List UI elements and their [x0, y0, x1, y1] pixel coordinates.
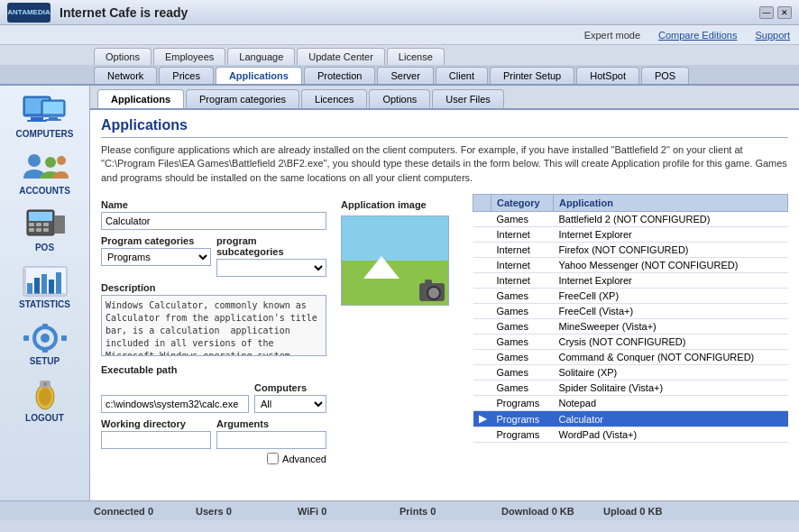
main-area: COMPUTERS ACCOUNTS [0, 86, 799, 500]
computers-icon [22, 95, 69, 127]
nav-tab-server[interactable]: Server [377, 67, 433, 84]
status-prints: Prints 0 [400, 506, 501, 517]
row-application: FreeCell (Vista+) [553, 304, 787, 319]
sidebar-item-pos[interactable]: POS [5, 203, 86, 258]
status-wifi: WiFi 0 [298, 506, 400, 517]
nav-tab-protection[interactable]: Protection [304, 67, 376, 84]
sidebar-item-computers[interactable]: COMPUTERS [5, 89, 86, 144]
svg-rect-24 [49, 280, 54, 294]
wifi-label: WiFi [298, 506, 318, 517]
sub-tab-program-categories[interactable]: Program categories [186, 89, 299, 108]
application-image-container[interactable] [341, 216, 449, 306]
nav-row-1: Options Employees Language Update Center… [0, 45, 799, 65]
svg-rect-31 [42, 347, 48, 353]
form-image-area: Application image [341, 194, 458, 464]
sidebar-logout-label: LOGOUT [25, 413, 64, 423]
row-application: Solitaire (XP) [553, 365, 787, 381]
sidebar-item-logout[interactable]: LOGOUT [5, 373, 86, 428]
sidebar-item-statistics[interactable]: STATISTICS [5, 260, 86, 315]
advanced-checkbox[interactable] [267, 453, 279, 464]
table-row[interactable]: Internet Internet Explorer [473, 227, 788, 243]
camera-icon [419, 283, 445, 301]
download-value: 0 KB [552, 506, 574, 517]
program-categories-select[interactable]: ProgramsGamesInternetOffice [101, 248, 211, 266]
sidebar-item-accounts[interactable]: ACCOUNTS [5, 146, 86, 201]
support-link[interactable]: Support [755, 30, 790, 41]
svg-rect-18 [43, 228, 49, 232]
svg-rect-22 [34, 278, 40, 294]
sub-tab-options[interactable]: Options [369, 89, 430, 108]
minimize-button[interactable]: — [759, 6, 774, 19]
advanced-label: Advanced [282, 454, 326, 464]
nav-tab-prices[interactable]: Prices [159, 67, 214, 84]
row-arrow [473, 319, 491, 335]
table-row[interactable]: Games Solitaire (XP) [473, 365, 788, 381]
row-application: WordPad (Vista+) [553, 427, 787, 443]
nav-tab-network[interactable]: Network [94, 67, 157, 84]
table-row[interactable]: Games Command & Conquer (NOT CONFIGURED) [473, 350, 788, 365]
program-subcategories-select[interactable] [216, 259, 326, 277]
nav-tab-hotspot[interactable]: HotSpot [576, 67, 639, 84]
nav-tab-applications[interactable]: Applications [216, 67, 302, 84]
titlebar: ANTAMEDIA Internet Cafe is ready — ✕ [0, 0, 799, 25]
row-category: Games [491, 212, 554, 227]
sub-tab-user-files[interactable]: User Files [432, 89, 504, 108]
pos-icon [22, 208, 69, 241]
nav-tab-printer-setup[interactable]: Printer Setup [490, 67, 574, 84]
table-row[interactable]: ▶ Programs Calculator [473, 411, 788, 427]
nav-tab-options[interactable]: Options [94, 48, 152, 65]
nav-tab-employees[interactable]: Employees [153, 48, 225, 65]
prog-cat-label: Program categories [101, 235, 211, 246]
upload-label: Upload [603, 506, 637, 517]
name-field-label: Name [101, 199, 326, 210]
row-category: Games [491, 335, 554, 350]
args-label: Arguments [216, 418, 326, 429]
table-row[interactable]: Games Battlefield 2 (NOT CONFIGURED) [473, 212, 788, 227]
exec-path-input[interactable] [101, 395, 249, 413]
table-row[interactable]: Games MineSweeper (Vista+) [473, 319, 788, 335]
svg-point-9 [45, 157, 56, 168]
categories-row: Program categories ProgramsGamesInternet… [101, 230, 326, 277]
svg-rect-7 [45, 119, 61, 121]
computers-select[interactable]: All [254, 395, 326, 413]
description-textarea[interactable] [101, 295, 326, 356]
nav-tab-client[interactable]: Client [436, 67, 488, 84]
row-category: Games [491, 365, 554, 381]
name-input[interactable] [101, 212, 326, 230]
compare-editions-link[interactable]: Compare Editions [658, 30, 737, 41]
nav-tab-update-center[interactable]: Update Center [297, 48, 385, 65]
workdir-label: Working directory [101, 418, 211, 429]
table-row[interactable]: Games Crysis (NOT CONFIGURED) [473, 335, 788, 350]
row-category: Programs [491, 427, 554, 443]
arguments-input[interactable] [216, 431, 326, 449]
svg-rect-23 [41, 274, 47, 294]
exec-row: Computers All [101, 377, 326, 413]
table-row[interactable]: Games FreeCell (XP) [473, 289, 788, 304]
page-description: Please configure applications which are … [101, 143, 788, 185]
nav-tab-pos[interactable]: POS [641, 67, 689, 84]
nav-row-2: Network Prices Applications Protection S… [0, 65, 799, 86]
table-row[interactable]: Programs Notepad [473, 396, 788, 411]
sidebar-item-setup[interactable]: SETUP [5, 316, 86, 371]
working-dir-input[interactable] [101, 431, 211, 449]
table-row[interactable]: Internet Yahoo Messenger (NOT CONFIGURED… [473, 258, 788, 273]
row-category: Games [491, 304, 554, 319]
table-row[interactable]: Games FreeCell (Vista+) [473, 304, 788, 319]
app-title: Internet Cafe is ready [60, 5, 759, 20]
table-row[interactable]: Internet Internet Explorer [473, 273, 788, 289]
row-application: Crysis (NOT CONFIGURED) [553, 335, 787, 350]
svg-point-37 [43, 382, 47, 386]
table-row[interactable]: Games Spider Solitaire (Vista+) [473, 381, 788, 396]
row-application: MineSweeper (Vista+) [553, 319, 787, 335]
sub-tab-applications[interactable]: Applications [97, 89, 184, 108]
table-row[interactable]: Programs WordPad (Vista+) [473, 427, 788, 443]
sub-tab-licences[interactable]: Licences [301, 89, 367, 108]
applications-table: Category Application Games Battlefield 2… [473, 194, 788, 443]
nav-tab-language[interactable]: Language [227, 48, 295, 65]
desc-field-label: Description [101, 282, 326, 293]
nav-tab-license[interactable]: License [387, 48, 445, 65]
table-header-application: Application [553, 195, 787, 212]
sub-tabs-bar: Applications Program categories Licences… [90, 86, 799, 110]
close-button[interactable]: ✕ [777, 6, 792, 19]
table-row[interactable]: Internet Firefox (NOT CONFIGURED) [473, 243, 788, 258]
